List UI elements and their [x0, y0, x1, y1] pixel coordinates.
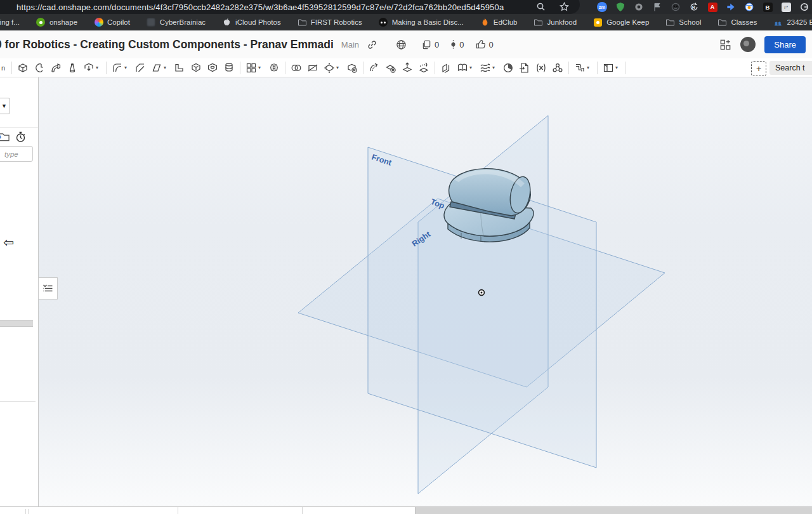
sensor-mount-part[interactable]: [444, 169, 534, 242]
adobe-acrobat-extension-icon[interactable]: A: [707, 2, 717, 12]
bookmark-icloud-photos[interactable]: iCloud Photos: [222, 18, 281, 27]
toolbar-hole-button[interactable]: [204, 60, 221, 76]
feature-filter-input[interactable]: type: [0, 146, 33, 162]
model-viewport[interactable]: Front Top Right: [0, 77, 812, 506]
bookmark-ming-f[interactable]: ming f...: [0, 18, 20, 26]
toolbar-fill-button[interactable]: [500, 60, 516, 76]
chevron-down-icon[interactable]: ▾: [587, 65, 593, 70]
toolbar-linear-pattern-button[interactable]: ▾: [243, 60, 266, 76]
apps-grid-icon[interactable]: [719, 39, 731, 51]
bookmark-making-a-basic-disc[interactable]: Making a Basic Disc...: [379, 18, 464, 27]
toolbar-variable-button[interactable]: [533, 60, 549, 76]
bookmark-copilot[interactable]: Copilot: [94, 18, 130, 27]
toolbar-search-input[interactable]: Search t: [769, 61, 812, 75]
panel-divider: [0, 127, 38, 128]
toolbar-extrude-button[interactable]: [15, 60, 31, 76]
folder-add-icon[interactable]: [0, 131, 10, 142]
magnifier-icon[interactable]: [536, 2, 546, 11]
box-x-icon: [346, 62, 358, 74]
toolbar-mirror-button[interactable]: [266, 60, 282, 76]
toolbar-sheet-metal-button[interactable]: ▾: [572, 60, 594, 76]
versions-stat[interactable]: 0: [450, 39, 464, 49]
tab-sensor-mount[interactable]: sensor mount: [303, 507, 416, 514]
panel-scrollbar-thumb[interactable]: [0, 320, 33, 327]
bookmark-classes[interactable]: Classes: [717, 18, 757, 27]
copies-stat[interactable]: 0: [422, 40, 439, 49]
globe-public-icon[interactable]: [396, 39, 407, 50]
chevron-down-icon[interactable]: ▾: [96, 65, 102, 70]
toolbar-draft-button[interactable]: ▾: [148, 60, 171, 76]
toolbar-loft-button[interactable]: [64, 60, 81, 76]
chevron-down-icon[interactable]: ▾: [164, 65, 169, 70]
browser-shield-extension-icon[interactable]: [744, 2, 754, 12]
toolbar-composite-part-button[interactable]: ▾: [600, 60, 623, 76]
toolbar-offset-surface-button[interactable]: [438, 60, 454, 76]
toolbar-chamfer-button[interactable]: [132, 60, 148, 76]
document-title[interactable]: 0 for Robotics - Creating Custom Compone…: [0, 38, 334, 51]
bookmark-google-keep[interactable]: Google Keep: [593, 18, 649, 27]
bookmark-first-robotics[interactable]: FIRST Robotics: [298, 18, 362, 27]
toolbar-separator: [106, 62, 107, 74]
bookmark-label: FIRST Robotics: [311, 18, 362, 26]
star-bookmark-icon[interactable]: [560, 2, 569, 11]
toolbar-transform-button[interactable]: ▾: [321, 60, 344, 76]
toolbar-sweep-button[interactable]: [48, 60, 64, 76]
bookmark-23425-evergreen-dr[interactable]: 23425 Evergreen Dr...: [773, 18, 812, 27]
google-arrow-extension-icon[interactable]: [726, 2, 736, 12]
toolbar-modify-fillet-button[interactable]: [366, 60, 383, 76]
chamfer-icon: [134, 62, 147, 74]
bookmark-edclub[interactable]: EdClub: [480, 18, 518, 27]
back-arrow-icon[interactable]: ⇦: [3, 235, 14, 250]
bookmark-label: iCloud Photos: [235, 18, 281, 26]
zoom-meeting-extension-icon[interactable]: zm: [597, 2, 607, 12]
thicken-icon: [82, 62, 95, 74]
chevron-down-icon[interactable]: ▾: [469, 65, 475, 70]
share-button[interactable]: Share: [764, 36, 806, 53]
adblock-shield-extension-icon[interactable]: [615, 2, 625, 12]
bookmark-cyberbrainiac[interactable]: CyberBrainiac: [147, 18, 206, 27]
refresh-r-extension-icon[interactable]: R: [689, 2, 699, 12]
link-icon[interactable]: [367, 40, 377, 49]
toolbar-move-face-button[interactable]: [399, 60, 416, 76]
toolbar-curves-button[interactable]: ▾: [477, 60, 500, 76]
chevron-down-icon[interactable]: ▾: [124, 65, 130, 70]
feature-filter-dropdown[interactable]: ▼: [0, 98, 10, 114]
bookmark-junkfood[interactable]: Junkfood: [534, 18, 577, 27]
toolbar-custom-table-button[interactable]: [549, 60, 566, 76]
toolbar-rib-button[interactable]: [171, 60, 188, 76]
gray-square-extension-icon[interactable]: ⥂: [781, 2, 791, 12]
toolbar-replace-face-button[interactable]: [416, 60, 432, 76]
likes-stat[interactable]: 0: [476, 39, 494, 49]
bookmark-onshape[interactable]: onshape: [36, 18, 77, 27]
bookmark-school[interactable]: School: [665, 18, 701, 27]
toolbar-shell-button[interactable]: [188, 60, 204, 76]
bitmoji-b-extension-icon[interactable]: B: [763, 2, 773, 12]
gray-circle-extension-icon[interactable]: [634, 2, 644, 12]
chevron-down-icon[interactable]: ▾: [336, 65, 342, 70]
toolbar-boolean-button[interactable]: [288, 60, 304, 76]
bookmark-label: CyberBrainiac: [160, 18, 206, 26]
tab-starting-parts[interactable]: iStarting Parts: [56, 507, 178, 514]
help-orb-icon[interactable]: [740, 37, 756, 52]
chevron-down-icon[interactable]: ▾: [258, 65, 264, 70]
toolbar-delete-part-button[interactable]: [344, 60, 360, 76]
history-clock-icon[interactable]: [15, 131, 26, 143]
toolbar-revolve-button[interactable]: [31, 60, 48, 76]
branch-label[interactable]: Main: [341, 40, 359, 49]
flag-extension-icon[interactable]: [652, 2, 662, 12]
toolbar-fillet-button[interactable]: ▾: [109, 60, 132, 76]
toolbar-thread-button[interactable]: [221, 60, 237, 76]
face-extension-icon[interactable]: [671, 2, 681, 12]
tab-starting-assembly[interactable]: Starting Assembly: [178, 507, 303, 514]
toolbar-surface-button[interactable]: ▾: [454, 60, 477, 76]
chevron-down-icon[interactable]: ▾: [492, 65, 498, 70]
chevron-down-icon[interactable]: ▾: [615, 65, 621, 70]
toolbar-delete-face-button[interactable]: [383, 60, 399, 76]
toolbar-thicken-button[interactable]: ▾: [81, 60, 103, 76]
custom-feature-add-button[interactable]: +: [751, 61, 766, 76]
feature-panel-collapse-button[interactable]: [38, 277, 58, 300]
toolbar-split-button[interactable]: [304, 60, 321, 76]
origin-marker[interactable]: [479, 290, 485, 296]
toolbar-import-derived-button[interactable]: [516, 60, 533, 76]
g-ring-extension-icon[interactable]: [799, 2, 809, 12]
